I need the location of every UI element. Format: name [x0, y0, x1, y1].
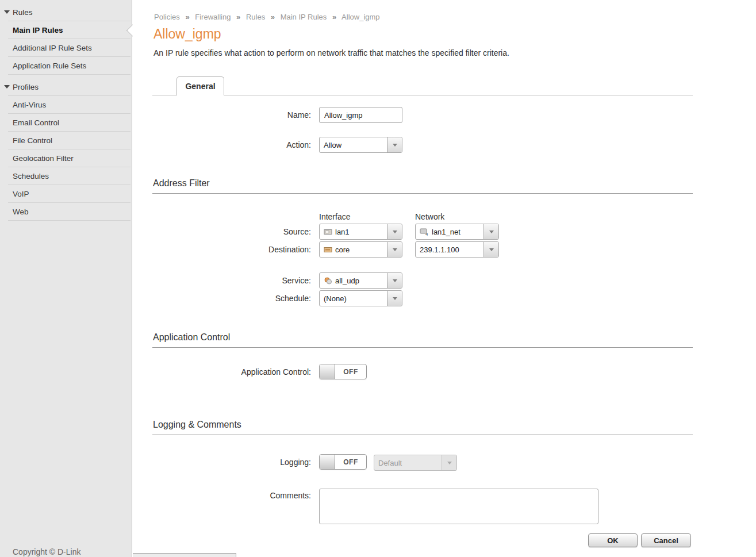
- logging-comments-heading: Logging & Comments: [152, 420, 693, 435]
- sidebar-item-additional-ip-rule-sets[interactable]: Additional IP Rule Sets: [0, 39, 132, 57]
- schedule-select[interactable]: (None): [319, 290, 402, 306]
- logging-toggle[interactable]: OFF: [319, 454, 367, 470]
- service-icon: [324, 277, 332, 285]
- tab-general[interactable]: General: [176, 76, 224, 95]
- comments-label: Comments:: [196, 489, 311, 505]
- collapse-arrow-icon: [4, 85, 10, 89]
- action-label: Action:: [196, 137, 311, 153]
- breadcrumb-separator: »: [236, 13, 240, 21]
- sidebar-section-label: Profiles: [13, 83, 39, 91]
- sidebar-section-rules[interactable]: Rules: [0, 3, 132, 21]
- breadcrumb-separator: »: [185, 13, 189, 21]
- sidebar-item-voip[interactable]: VoIP: [0, 185, 132, 203]
- source-interface-select[interactable]: lan1: [319, 224, 402, 240]
- destination-network-value: 239.1.1.100: [420, 245, 459, 254]
- toggle-knob: [320, 455, 335, 469]
- sidebar-item-geolocation-filter[interactable]: Geolocation Filter: [0, 149, 132, 167]
- source-interface-value: lan1: [335, 228, 350, 236]
- copyright-text: Copyright © D-Link: [13, 547, 80, 556]
- source-network-select[interactable]: 4 lan1_net: [415, 224, 499, 240]
- dropdown-button[interactable]: [387, 224, 402, 239]
- dropdown-button[interactable]: [387, 137, 402, 152]
- address-filter-heading: Address Filter: [152, 178, 693, 194]
- destination-interface-select[interactable]: core: [319, 241, 402, 258]
- logging-mode-value: Default: [378, 459, 402, 467]
- sidebar-item-label: Application Rule Sets: [13, 62, 86, 70]
- sidebar-item-schedules[interactable]: Schedules: [0, 167, 132, 185]
- chevron-down-icon: [393, 144, 397, 147]
- chevron-down-icon: [489, 231, 494, 233]
- breadcrumb-link-policies[interactable]: Policies: [154, 13, 180, 21]
- dropdown-button: [442, 455, 456, 470]
- breadcrumb-current: Allow_igmp: [341, 13, 379, 21]
- chevron-down-icon: [393, 279, 397, 282]
- breadcrumb-link-rules[interactable]: Rules: [246, 13, 265, 21]
- breadcrumb: Policies » Firewalling » Rules » Main IP…: [154, 13, 380, 21]
- cancel-button[interactable]: Cancel: [641, 533, 691, 547]
- toggle-knob: [320, 364, 335, 379]
- sidebar-item-anti-virus[interactable]: Anti-Virus: [0, 96, 132, 114]
- sidebar-item-label: File Control: [13, 136, 52, 145]
- action-select-value: Allow: [320, 137, 387, 152]
- sidebar-item-label: Web: [13, 208, 29, 216]
- app-window: Rules Main IP Rules Additional IP Rule S…: [0, 0, 756, 557]
- sidebar-item-label: VoIP: [13, 190, 29, 198]
- name-label: Name:: [196, 107, 311, 123]
- source-label: Source:: [196, 224, 311, 240]
- bottom-panel-edge: [133, 553, 236, 557]
- sidebar-item-main-ip-rules[interactable]: Main IP Rules: [0, 21, 132, 39]
- interface-column-header: Interface: [319, 212, 350, 221]
- sidebar-item-label: Email Control: [13, 118, 59, 127]
- logging-label: Logging:: [196, 454, 311, 470]
- dropdown-button[interactable]: [483, 224, 498, 239]
- network-column-header: Network: [415, 212, 444, 221]
- destination-network-select[interactable]: 239.1.1.100: [415, 241, 499, 258]
- sidebar-item-web[interactable]: Web: [0, 203, 132, 221]
- application-control-label: Application Control:: [196, 364, 311, 380]
- core-interface-icon: [324, 246, 332, 253]
- ok-button[interactable]: OK: [588, 533, 638, 547]
- sidebar-section-profiles[interactable]: Profiles: [0, 78, 132, 96]
- toggle-state-label: OFF: [335, 455, 366, 469]
- chevron-down-icon: [447, 462, 452, 464]
- destination-label: Destination:: [196, 241, 311, 258]
- page-description: An IP rule specifies what action to perf…: [153, 48, 509, 57]
- application-control-toggle[interactable]: OFF: [319, 364, 367, 379]
- sidebar-item-label: Additional IP Rule Sets: [13, 44, 92, 52]
- comments-textarea[interactable]: [319, 489, 598, 524]
- dropdown-button[interactable]: [387, 273, 402, 288]
- sidebar-item-file-control[interactable]: File Control: [0, 132, 132, 149]
- source-network-value: lan1_net: [432, 228, 460, 236]
- logging-mode-select: Default: [374, 455, 457, 471]
- network-icon: 4: [420, 228, 429, 236]
- sidebar-section-label: Rules: [13, 8, 33, 17]
- chevron-down-icon: [393, 297, 397, 300]
- sidebar-item-label: Main IP Rules: [13, 26, 63, 34]
- schedule-label: Schedule:: [196, 290, 311, 306]
- tab-general-label: General: [185, 82, 215, 91]
- breadcrumb-link-firewalling[interactable]: Firewalling: [195, 13, 231, 21]
- sidebar-item-email-control[interactable]: Email Control: [0, 114, 132, 132]
- service-select[interactable]: all_udp: [319, 272, 402, 289]
- toggle-state-label: OFF: [335, 364, 366, 379]
- action-select[interactable]: Allow: [319, 137, 402, 153]
- sidebar-item-label: Geolocation Filter: [13, 154, 74, 163]
- breadcrumb-separator: »: [332, 13, 336, 21]
- sidebar-item-label: Anti-Virus: [13, 101, 46, 109]
- chevron-down-icon: [489, 248, 494, 251]
- tab-bar-divider: [152, 95, 693, 95]
- application-control-heading: Application Control: [152, 332, 693, 348]
- breadcrumb-link-main-ip-rules[interactable]: Main IP Rules: [281, 13, 327, 21]
- main-content: Policies » Firewalling » Rules » Main IP…: [133, 0, 756, 557]
- sidebar-item-application-rule-sets[interactable]: Application Rule Sets: [0, 57, 132, 75]
- dropdown-button[interactable]: [387, 291, 402, 306]
- collapse-arrow-icon: [4, 10, 10, 14]
- service-label: Service:: [196, 272, 311, 289]
- service-value: all_udp: [335, 276, 359, 285]
- chevron-down-icon: [393, 231, 397, 233]
- schedule-value: (None): [324, 294, 347, 303]
- sidebar: Rules Main IP Rules Additional IP Rule S…: [0, 0, 132, 557]
- dropdown-button[interactable]: [483, 242, 498, 257]
- name-input[interactable]: [319, 107, 402, 123]
- dropdown-button[interactable]: [387, 242, 402, 257]
